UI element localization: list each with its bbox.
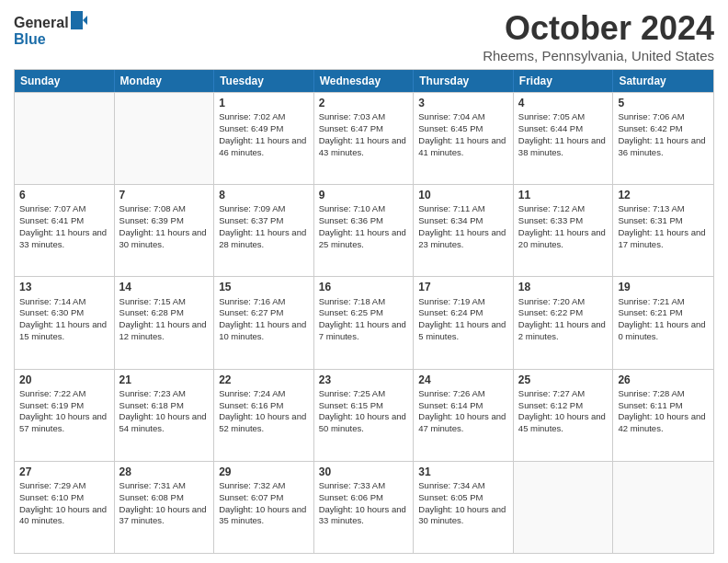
page: General Blue October 2024 Rheems, Pennsy… [0,0,728,563]
day-number: 31 [418,465,508,479]
cell-info: Sunrise: 7:31 AM Sunset: 6:08 PM Dayligh… [119,480,210,527]
day-number: 18 [518,280,609,294]
day-number: 6 [19,188,109,202]
title-section: October 2024 Rheems, Pennsylvania, Unite… [483,9,714,63]
day-cell-2: 2Sunrise: 7:03 AM Sunset: 6:47 PM Daylig… [314,93,415,184]
week-row-5: 27Sunrise: 7:29 AM Sunset: 6:10 PM Dayli… [15,461,713,553]
cell-info: Sunrise: 7:03 AM Sunset: 6:47 PM Dayligh… [319,111,409,158]
day-cell-9: 9Sunrise: 7:10 AM Sunset: 6:36 PM Daylig… [314,185,415,276]
cell-info: Sunrise: 7:04 AM Sunset: 6:45 PM Dayligh… [418,111,508,158]
location: Rheems, Pennsylvania, United States [483,48,714,63]
weekday-header-monday: Monday [115,70,215,92]
day-number: 30 [319,465,409,479]
day-cell-19: 19Sunrise: 7:21 AM Sunset: 6:21 PM Dayli… [613,277,713,368]
day-cell-26: 26Sunrise: 7:28 AM Sunset: 6:11 PM Dayli… [613,370,713,461]
day-number: 23 [319,373,409,387]
svg-marker-2 [83,11,87,29]
day-cell-31: 31Sunrise: 7:34 AM Sunset: 6:05 PM Dayli… [414,462,514,553]
cell-info: Sunrise: 7:20 AM Sunset: 6:22 PM Dayligh… [518,296,609,343]
day-number: 12 [618,188,709,202]
day-cell-5: 5Sunrise: 7:06 AM Sunset: 6:42 PM Daylig… [613,93,713,184]
weekday-header-wednesday: Wednesday [314,70,415,92]
day-cell-11: 11Sunrise: 7:12 AM Sunset: 6:33 PM Dayli… [514,185,614,276]
cell-info: Sunrise: 7:10 AM Sunset: 6:36 PM Dayligh… [319,203,409,250]
day-cell-6: 6Sunrise: 7:07 AM Sunset: 6:41 PM Daylig… [15,185,115,276]
logo-svg: General Blue [14,9,87,51]
calendar: SundayMondayTuesdayWednesdayThursdayFrid… [14,69,714,554]
svg-marker-1 [71,11,83,29]
day-cell-14: 14Sunrise: 7:15 AM Sunset: 6:28 PM Dayli… [115,277,215,368]
day-cell-15: 15Sunrise: 7:16 AM Sunset: 6:27 PM Dayli… [214,277,314,368]
cell-info: Sunrise: 7:08 AM Sunset: 6:39 PM Dayligh… [119,203,210,250]
cell-info: Sunrise: 7:02 AM Sunset: 6:49 PM Dayligh… [219,111,309,158]
cell-info: Sunrise: 7:29 AM Sunset: 6:10 PM Dayligh… [19,480,109,527]
day-number: 8 [219,188,309,202]
cell-info: Sunrise: 7:13 AM Sunset: 6:31 PM Dayligh… [618,203,709,250]
svg-text:General: General [14,15,69,30]
day-cell-1: 1Sunrise: 7:02 AM Sunset: 6:49 PM Daylig… [214,93,314,184]
day-number: 20 [19,373,109,387]
day-number: 24 [418,373,508,387]
day-cell-24: 24Sunrise: 7:26 AM Sunset: 6:14 PM Dayli… [414,370,514,461]
week-row-1: 1Sunrise: 7:02 AM Sunset: 6:49 PM Daylig… [15,92,713,184]
day-number: 15 [219,280,309,294]
day-cell-16: 16Sunrise: 7:18 AM Sunset: 6:25 PM Dayli… [314,277,415,368]
day-number: 13 [19,280,109,294]
weekday-header-saturday: Saturday [613,70,713,92]
cell-info: Sunrise: 7:25 AM Sunset: 6:15 PM Dayligh… [319,388,409,435]
cell-info: Sunrise: 7:21 AM Sunset: 6:21 PM Dayligh… [618,296,709,343]
cell-info: Sunrise: 7:05 AM Sunset: 6:44 PM Dayligh… [518,111,609,158]
cell-info: Sunrise: 7:15 AM Sunset: 6:28 PM Dayligh… [119,296,210,343]
day-cell-27: 27Sunrise: 7:29 AM Sunset: 6:10 PM Dayli… [15,462,115,553]
weekday-header-sunday: Sunday [15,70,115,92]
day-cell-29: 29Sunrise: 7:32 AM Sunset: 6:07 PM Dayli… [214,462,314,553]
cell-info: Sunrise: 7:27 AM Sunset: 6:12 PM Dayligh… [518,388,609,435]
cell-info: Sunrise: 7:07 AM Sunset: 6:41 PM Dayligh… [19,203,109,250]
day-cell-13: 13Sunrise: 7:14 AM Sunset: 6:30 PM Dayli… [15,277,115,368]
day-cell-3: 3Sunrise: 7:04 AM Sunset: 6:45 PM Daylig… [414,93,514,184]
cell-info: Sunrise: 7:24 AM Sunset: 6:16 PM Dayligh… [219,388,309,435]
day-number: 1 [219,96,309,110]
day-cell-25: 25Sunrise: 7:27 AM Sunset: 6:12 PM Dayli… [514,370,614,461]
day-cell-30: 30Sunrise: 7:33 AM Sunset: 6:06 PM Dayli… [314,462,415,553]
day-cell-20: 20Sunrise: 7:22 AM Sunset: 6:19 PM Dayli… [15,370,115,461]
day-number: 26 [618,373,709,387]
day-number: 5 [618,96,709,110]
week-row-4: 20Sunrise: 7:22 AM Sunset: 6:19 PM Dayli… [15,369,713,461]
day-cell-18: 18Sunrise: 7:20 AM Sunset: 6:22 PM Dayli… [514,277,614,368]
cell-info: Sunrise: 7:14 AM Sunset: 6:30 PM Dayligh… [19,296,109,343]
week-row-3: 13Sunrise: 7:14 AM Sunset: 6:30 PM Dayli… [15,276,713,368]
cell-info: Sunrise: 7:18 AM Sunset: 6:25 PM Dayligh… [319,296,409,343]
day-cell-21: 21Sunrise: 7:23 AM Sunset: 6:18 PM Dayli… [115,370,215,461]
calendar-header: SundayMondayTuesdayWednesdayThursdayFrid… [15,70,713,92]
day-cell-7: 7Sunrise: 7:08 AM Sunset: 6:39 PM Daylig… [115,185,215,276]
header: General Blue October 2024 Rheems, Pennsy… [14,9,714,63]
day-number: 7 [119,188,210,202]
day-number: 28 [119,465,210,479]
day-cell-8: 8Sunrise: 7:09 AM Sunset: 6:37 PM Daylig… [214,185,314,276]
day-number: 3 [418,96,508,110]
day-number: 29 [219,465,309,479]
calendar-body: 1Sunrise: 7:02 AM Sunset: 6:49 PM Daylig… [15,92,713,553]
day-number: 27 [19,465,109,479]
day-cell-10: 10Sunrise: 7:11 AM Sunset: 6:34 PM Dayli… [414,185,514,276]
day-number: 14 [119,280,210,294]
logo: General Blue [14,9,87,54]
day-cell-23: 23Sunrise: 7:25 AM Sunset: 6:15 PM Dayli… [314,370,415,461]
day-number: 2 [319,96,409,110]
day-cell-28: 28Sunrise: 7:31 AM Sunset: 6:08 PM Dayli… [115,462,215,553]
day-number: 22 [219,373,309,387]
empty-cell [115,93,215,184]
cell-info: Sunrise: 7:23 AM Sunset: 6:18 PM Dayligh… [119,388,210,435]
day-number: 11 [518,188,609,202]
cell-info: Sunrise: 7:22 AM Sunset: 6:19 PM Dayligh… [19,388,109,435]
empty-cell [15,93,115,184]
cell-info: Sunrise: 7:28 AM Sunset: 6:11 PM Dayligh… [618,388,709,435]
cell-info: Sunrise: 7:34 AM Sunset: 6:05 PM Dayligh… [418,480,508,527]
empty-cell [514,462,614,553]
cell-info: Sunrise: 7:16 AM Sunset: 6:27 PM Dayligh… [219,296,309,343]
cell-info: Sunrise: 7:11 AM Sunset: 6:34 PM Dayligh… [418,203,508,250]
day-number: 17 [418,280,508,294]
day-cell-22: 22Sunrise: 7:24 AM Sunset: 6:16 PM Dayli… [214,370,314,461]
cell-info: Sunrise: 7:33 AM Sunset: 6:06 PM Dayligh… [319,480,409,527]
